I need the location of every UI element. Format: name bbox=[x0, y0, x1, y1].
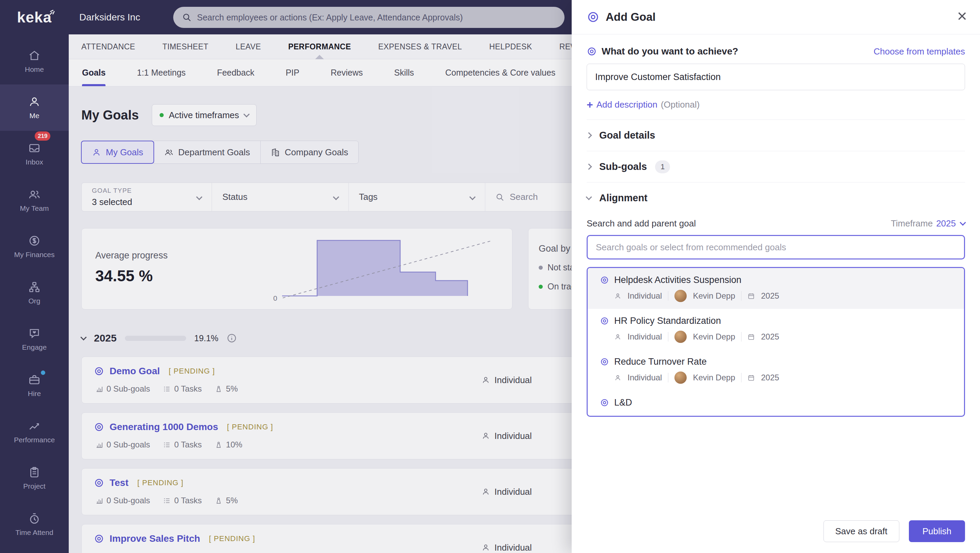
calendar-icon bbox=[748, 333, 755, 341]
goal-target-icon bbox=[587, 46, 597, 57]
result-owner: Kevin Depp bbox=[693, 291, 735, 301]
avatar bbox=[675, 290, 687, 302]
avatar bbox=[675, 371, 687, 384]
goal-target-icon bbox=[600, 276, 609, 285]
goal-details-label: Goal details bbox=[599, 130, 655, 141]
result-type: Individual bbox=[627, 291, 662, 301]
add-goal-drawer: Add Goal × What do you want to achieve? … bbox=[572, 0, 980, 553]
goal-result-item[interactable]: L&D bbox=[588, 390, 964, 417]
calendar-icon bbox=[748, 374, 755, 381]
goal-name-input[interactable] bbox=[587, 64, 965, 90]
alignment-label: Alignment bbox=[599, 193, 648, 204]
result-type: Individual bbox=[627, 332, 662, 341]
result-title: HR Policy Standardization bbox=[614, 316, 721, 326]
divider bbox=[668, 332, 668, 341]
result-owner: Kevin Depp bbox=[693, 373, 735, 382]
result-title: Reduce Turnover Rate bbox=[614, 357, 707, 367]
chevron-down-icon bbox=[585, 194, 592, 200]
choose-templates-link[interactable]: Choose from templates bbox=[873, 46, 965, 57]
divider bbox=[741, 332, 741, 341]
save-as-draft-button[interactable]: Save as draft bbox=[824, 520, 899, 542]
person-icon bbox=[614, 374, 621, 381]
divider bbox=[741, 373, 741, 382]
result-year: 2025 bbox=[761, 332, 779, 341]
section-alignment[interactable]: Alignment bbox=[587, 182, 965, 214]
sub-goals-label: Sub-goals bbox=[599, 161, 647, 172]
close-icon[interactable]: × bbox=[957, 8, 967, 24]
timeframe-label: Timeframe bbox=[891, 218, 933, 229]
drawer-footer: Save as draft Publish bbox=[572, 509, 980, 553]
drawer-title: Add Goal bbox=[606, 11, 656, 24]
chevron-down-icon[interactable] bbox=[959, 219, 966, 225]
avatar bbox=[675, 331, 687, 343]
chevron-right-icon bbox=[585, 132, 592, 138]
section-sub-goals[interactable]: Sub-goals 1 bbox=[587, 151, 965, 182]
goal-result-item[interactable]: Reduce Turnover Rate Individual Kevin De… bbox=[588, 350, 964, 390]
goal-result-item[interactable]: HR Policy Standardization Individual Kev… bbox=[588, 309, 964, 350]
goal-target-icon bbox=[587, 11, 600, 24]
goal-target-icon bbox=[600, 357, 609, 367]
plus-icon: + bbox=[587, 99, 593, 110]
person-icon bbox=[614, 333, 621, 341]
result-title: L&D bbox=[614, 397, 632, 408]
divider bbox=[668, 373, 668, 382]
person-icon bbox=[614, 293, 621, 300]
calendar-icon bbox=[748, 293, 755, 300]
recommended-goals-dropdown: Helpdesk Activities Suspension Individua… bbox=[587, 267, 965, 417]
publish-button[interactable]: Publish bbox=[909, 520, 965, 542]
optional-label: (Optional) bbox=[661, 99, 700, 110]
result-title: Helpdesk Activities Suspension bbox=[614, 275, 741, 285]
sub-goals-count-badge: 1 bbox=[655, 160, 670, 173]
goal-result-item[interactable]: Helpdesk Activities Suspension Individua… bbox=[588, 268, 964, 309]
chevron-right-icon bbox=[585, 163, 592, 170]
section-goal-details[interactable]: Goal details bbox=[587, 120, 965, 151]
result-type: Individual bbox=[627, 373, 662, 382]
parent-goal-label: Search and add parent goal bbox=[587, 218, 696, 229]
goal-target-icon bbox=[600, 398, 609, 407]
result-owner: Kevin Depp bbox=[693, 332, 735, 341]
timeframe-value[interactable]: 2025 bbox=[936, 218, 956, 229]
divider bbox=[741, 291, 741, 301]
goal-question-label: What do you want to achieve? bbox=[601, 46, 738, 57]
result-year: 2025 bbox=[761, 373, 779, 382]
parent-goal-search-input[interactable] bbox=[587, 235, 965, 260]
result-year: 2025 bbox=[761, 291, 779, 301]
goal-target-icon bbox=[600, 316, 609, 325]
divider bbox=[668, 291, 668, 301]
add-description-link[interactable]: Add description bbox=[597, 99, 657, 110]
